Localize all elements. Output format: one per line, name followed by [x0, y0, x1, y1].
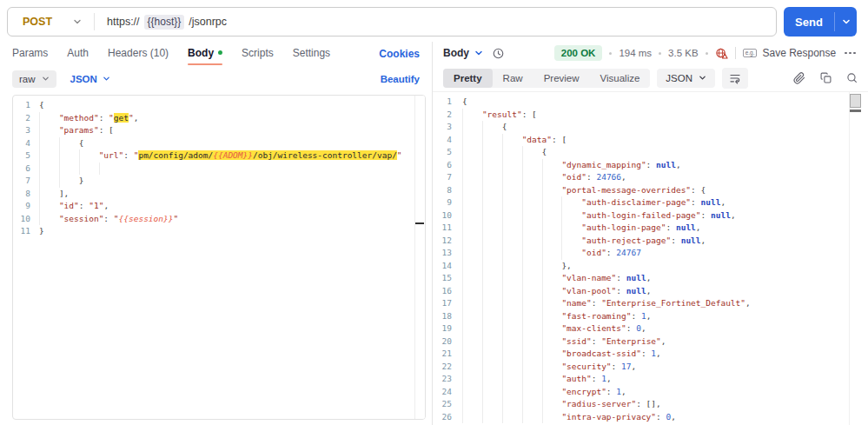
code-line: 14},: [433, 260, 868, 273]
code-line: 23"auth": 1,: [433, 373, 868, 386]
indent-guide: [462, 109, 482, 122]
indent-guide: [462, 322, 482, 335]
dot-separator: [706, 52, 708, 55]
send-button-group: Send: [784, 7, 857, 37]
indent-guide: [39, 137, 59, 150]
indent-guide: [522, 159, 542, 172]
host-variable-chip[interactable]: {{host}}: [144, 15, 185, 30]
indent-guide: [542, 209, 562, 222]
indent-guide: [522, 247, 542, 260]
response-body-label: Body: [443, 47, 469, 59]
tab-settings[interactable]: Settings: [293, 43, 330, 65]
code-line: 17"name": "Enterprise_Fortinet_Default",: [433, 297, 868, 310]
indent-guide: [59, 163, 79, 176]
indent-guide: [482, 348, 502, 361]
line-number: 14: [433, 260, 462, 273]
indent-guide: [522, 386, 542, 399]
indent-guide: [502, 235, 522, 248]
tab-auth[interactable]: Auth: [67, 43, 89, 65]
line-number: 9: [13, 200, 39, 213]
url-input[interactable]: https:// {{host}} /jsonrpc: [95, 15, 227, 30]
indent-guide: [462, 196, 482, 209]
indent-guide: [502, 373, 522, 386]
wrap-text-button[interactable]: [722, 68, 748, 89]
indent-guide: [482, 411, 502, 424]
indent-guide: [39, 112, 59, 125]
indent-guide: [522, 322, 542, 335]
view-pretty[interactable]: Pretty: [443, 69, 493, 88]
method-select[interactable]: POST: [8, 16, 94, 28]
request-language-select[interactable]: JSON: [70, 74, 110, 84]
request-url-bar: POST https:// {{host}} /jsonrpc Send: [0, 0, 868, 42]
line-number: 2: [433, 109, 462, 122]
send-options-button[interactable]: [835, 7, 857, 37]
response-body-editor[interactable]: 1{2"result": [3{4"data": [5{6"dynamic_ma…: [433, 91, 868, 425]
response-actions: [793, 72, 858, 84]
editor-scrollbar-track[interactable]: [849, 92, 861, 425]
indent-guide: [462, 297, 482, 310]
link-button[interactable]: [793, 72, 805, 84]
indent-guide: [542, 159, 562, 172]
request-pane: Params Auth Headers (10) Body Scripts Se…: [0, 42, 432, 425]
tab-body[interactable]: Body: [188, 43, 222, 65]
indent-guide: [542, 411, 562, 424]
send-button[interactable]: Send: [784, 7, 834, 37]
view-preview[interactable]: Preview: [533, 69, 590, 88]
indent-guide: [482, 398, 502, 411]
indent-guide: [39, 188, 59, 201]
url-suffix: /jsonrpc: [189, 16, 227, 28]
code-line: 2"result": [: [433, 109, 868, 122]
indent-guide: [462, 285, 482, 298]
indent-guide: [462, 134, 482, 147]
tab-params[interactable]: Params: [12, 43, 48, 65]
line-number: 15: [433, 272, 462, 285]
request-body-editor[interactable]: 1{2"method": "get",3"params": [4{5"url":…: [12, 95, 426, 420]
copy-button[interactable]: [820, 72, 832, 83]
save-response-button[interactable]: e.g. Save Response: [743, 47, 837, 59]
indent-guide: [522, 348, 542, 361]
indent-guide: [39, 200, 59, 213]
code-line: 4"data": [: [433, 134, 868, 147]
tab-scripts[interactable]: Scripts: [242, 43, 274, 65]
clock-history-icon: [492, 47, 505, 60]
cookies-link[interactable]: Cookies: [379, 48, 420, 60]
body-mode-select[interactable]: raw: [12, 70, 56, 88]
line-number: 11: [13, 225, 39, 238]
indent-guide: [79, 149, 99, 163]
tab-headers[interactable]: Headers (10): [108, 43, 169, 65]
indent-guide: [542, 310, 562, 323]
scrollbar-thumb[interactable]: [850, 94, 861, 108]
line-number: 12: [433, 235, 462, 248]
indent-guide: [502, 310, 522, 323]
indent-guide: [462, 411, 482, 424]
view-raw[interactable]: Raw: [493, 69, 533, 88]
indent-guide: [522, 373, 542, 386]
line-number: 8: [13, 188, 39, 201]
line-number: 5: [13, 149, 39, 163]
code-line: 10"session": "{{session}}": [13, 213, 425, 226]
indent-guide: [522, 411, 542, 424]
response-language-select[interactable]: JSON: [657, 69, 715, 88]
indent-guide: [39, 149, 59, 163]
indent-guide: [522, 222, 542, 235]
indent-guide: [561, 209, 581, 222]
indent-guide: [542, 285, 562, 298]
response-body-select[interactable]: Body: [443, 47, 483, 59]
search-button[interactable]: [846, 72, 858, 83]
method-label: POST: [23, 16, 52, 28]
indent-guide: [462, 361, 482, 374]
more-options-button[interactable]: [843, 50, 858, 56]
indent-guide: [522, 235, 542, 248]
indent-guide: [482, 373, 502, 386]
indent-guide: [39, 175, 59, 188]
code-line: 3{: [433, 121, 868, 134]
indent-guide: [542, 322, 562, 335]
unsaved-changes-dot-icon: [218, 50, 222, 55]
indent-guide: [502, 386, 522, 399]
response-toolbar: Pretty Raw Preview Visualize JSON: [433, 64, 868, 91]
editor-overview-ruler[interactable]: [414, 96, 425, 419]
view-visualize[interactable]: Visualize: [590, 69, 651, 88]
response-history-button[interactable]: [492, 47, 505, 60]
network-info-button[interactable]: [715, 47, 728, 60]
beautify-link[interactable]: Beautify: [381, 74, 420, 84]
